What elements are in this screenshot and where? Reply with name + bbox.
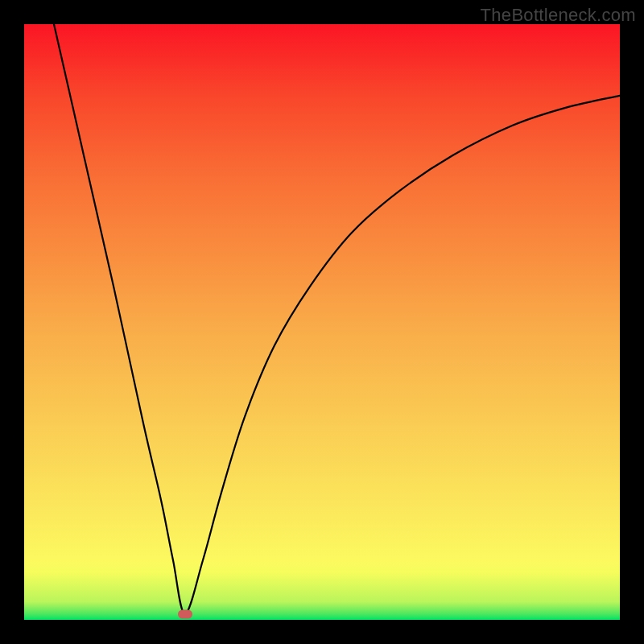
bottleneck-marker: [178, 609, 192, 618]
chart-frame: TheBottleneck.com: [0, 0, 644, 644]
watermark-text: TheBottleneck.com: [481, 5, 636, 26]
chart-plot-area: [24, 24, 620, 620]
curve-svg: [24, 24, 620, 620]
curve-path: [54, 24, 620, 614]
